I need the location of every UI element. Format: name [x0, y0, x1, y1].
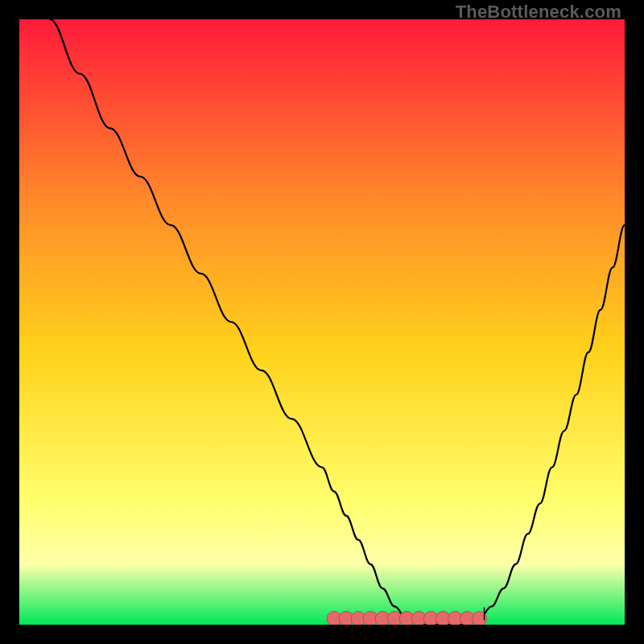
watermark-text: TheBottleneck.com [456, 2, 621, 23]
chart-stage: TheBottleneck.com [0, 0, 644, 644]
chart-plot [19, 19, 625, 625]
chart-frame [19, 19, 625, 625]
optimum-markers [327, 611, 486, 625]
gradient-background [19, 19, 625, 625]
